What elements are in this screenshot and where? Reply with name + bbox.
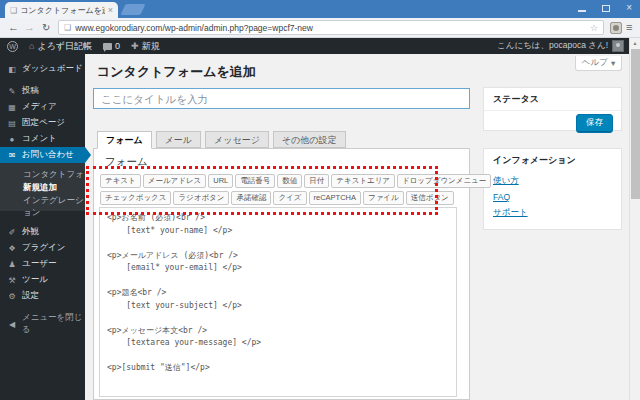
tag-button-acceptance[interactable]: 承諾確認 (231, 191, 271, 205)
tag-button-file[interactable]: ファイル (363, 191, 404, 205)
sidebar-item-label: ユーザー (22, 258, 56, 270)
tag-button-recaptcha[interactable]: reCAPTCHA (309, 191, 362, 205)
editor-tabs: フォーム メール メッセージ その他の設定 (97, 131, 346, 149)
wp-admin-bar: W ⌂ よろず日記帳 0 ✚ 新規 こんにちは、pocapoca さん! (0, 38, 640, 54)
sidebar-item-settings[interactable]: ⚙ 設定 (0, 288, 85, 304)
adminbar-site-link[interactable]: ⌂ よろず日記帳 (29, 40, 92, 53)
sidebar-item-contact[interactable]: ✉ お問い合わせ (0, 147, 85, 163)
browser-toolbar: ← → ↻ ❏ www.egokorodiary.com/wp-admin/ad… (0, 18, 640, 38)
link-docs[interactable]: 使い方 (493, 175, 612, 187)
screenshot-root: ❏ コンタクトフォームを追加 ‹ よろ × × ← → ↻ ❏ www.egok… (0, 0, 640, 400)
camera-extension-icon[interactable] (610, 22, 622, 34)
information-metabox: インフォメーション 使い方 FAQ サポート (483, 148, 622, 230)
page-icon: ❏ (10, 6, 17, 15)
browser-tab[interactable]: ❏ コンタクトフォームを追加 ‹ よろ × (5, 2, 118, 18)
sidebar-item-label: ツール (22, 274, 48, 286)
tag-button-url[interactable]: URL (208, 174, 233, 188)
back-icon[interactable]: ← (8, 21, 19, 33)
sidebar-item-comments[interactable]: ● コメント (0, 131, 85, 147)
form-template-editor[interactable]: <p>お名前 (必須)<br /> [text* your-name] </p>… (99, 207, 457, 397)
collapse-arrow-icon: ◀ (7, 320, 17, 329)
sidebar-lower-group: ✐ 外観 ❖ プラグイン ♟ ユーザー ⚒ ツール ⚙ 設定 (0, 224, 85, 304)
tab-form[interactable]: フォーム (97, 131, 152, 149)
wordpress-logo-icon[interactable]: W (7, 41, 18, 52)
form-title-input[interactable] (93, 88, 470, 109)
page-title: コンタクトフォームを追加 (97, 63, 256, 81)
users-icon: ♟ (7, 260, 17, 269)
sidebar-item-pages[interactable]: ▤ 固定ページ (0, 115, 85, 131)
scrollbar[interactable]: ▲ (629, 38, 640, 400)
pages-icon: ▤ (7, 119, 17, 128)
link-support[interactable]: サポート (493, 207, 612, 219)
tag-button-dropdown[interactable]: ドロップダウンメニュー (397, 174, 491, 188)
tools-icon: ⚒ (7, 276, 17, 285)
sidebar-item-posts[interactable]: ✎ 投稿 (0, 83, 85, 99)
sidebar-item-users[interactable]: ♟ ユーザー (0, 256, 85, 272)
sidebar-item-plugins[interactable]: ❖ プラグイン (0, 240, 85, 256)
sidebar-item-label: プラグイン (22, 242, 66, 254)
tab-mail[interactable]: メール (156, 131, 201, 148)
help-button[interactable]: ヘルプ ▾ (575, 56, 622, 71)
tab-title: コンタクトフォームを追加 ‹ よろ (20, 5, 105, 16)
settings-gear-icon: ⚙ (7, 292, 17, 301)
sidebar-item-label: 設定 (22, 290, 39, 302)
sidebar-item-label: お問い合わせ (22, 149, 74, 161)
status-metabox: ステータス 保存 (483, 87, 622, 131)
url-text[interactable]: www.egokorodiary.com/wp-admin/admin.php?… (75, 23, 590, 33)
browser-titlebar: ❏ コンタクトフォームを追加 ‹ よろ × × (0, 0, 640, 18)
status-footer: 保存 (484, 110, 621, 136)
tab-messages[interactable]: メッセージ (205, 131, 269, 148)
tab-close-icon[interactable]: × (108, 5, 113, 15)
sidebar-item-media[interactable]: ▦ メディア (0, 99, 85, 115)
adminbar-new-link[interactable]: ✚ 新規 (131, 40, 160, 53)
sidebar-item-label: 外観 (22, 226, 39, 238)
scroll-up-icon[interactable]: ▲ (630, 38, 640, 48)
page-icon: ❏ (64, 23, 71, 32)
tag-button-submit[interactable]: 送信ボタン (406, 191, 454, 205)
help-label: ヘルプ (582, 57, 608, 69)
sidebar-item-tools[interactable]: ⚒ ツール (0, 272, 85, 288)
address-bar[interactable]: ❏ www.egokorodiary.com/wp-admin/admin.ph… (58, 20, 604, 35)
home-icon: ⌂ (29, 41, 34, 51)
sidebar-item-dashboard[interactable]: ◧ ダッシュボード (0, 61, 85, 77)
link-faq[interactable]: FAQ (493, 192, 612, 202)
bookmark-star-icon[interactable]: ☆ (590, 23, 598, 33)
maximize-icon[interactable] (602, 5, 610, 12)
tag-generator-row-2: チェックボックス ラジオボタン 承諾確認 クイズ reCAPTCHA ファイル … (100, 191, 454, 205)
tag-generator-row-1: テキスト メールアドレス URL 電話番号 数値 日付 テキストエリア ドロップ… (100, 174, 491, 188)
save-button[interactable]: 保存 (576, 114, 613, 133)
information-links: 使い方 FAQ サポート (484, 171, 621, 228)
plugins-icon: ❖ (7, 244, 17, 253)
posts-icon: ✎ (7, 87, 17, 96)
submenu-item-integration[interactable]: インテグレーション (0, 193, 85, 206)
minimize-icon[interactable] (578, 10, 586, 12)
sidebar-item-label: コメント (22, 133, 57, 145)
tag-button-date[interactable]: 日付 (304, 174, 329, 188)
tab-additional-settings[interactable]: その他の設定 (273, 131, 346, 148)
tag-button-checkbox[interactable]: チェックボックス (100, 191, 171, 205)
submenu-item-contact-forms[interactable]: コンタクトフォーム (0, 167, 85, 180)
tag-button-radio[interactable]: ラジオボタン (173, 191, 229, 205)
close-icon[interactable]: × (626, 3, 632, 13)
tag-button-textarea[interactable]: テキストエリア (331, 174, 395, 188)
window-controls: × (578, 2, 632, 14)
comments-icon: ● (7, 135, 17, 144)
information-title: インフォメーション (484, 149, 621, 171)
adminbar-account[interactable]: こんにちは、pocapoca さん! (497, 40, 624, 52)
browser-menu-icon[interactable]: ≡ (626, 21, 632, 33)
sidebar-item-appearance[interactable]: ✐ 外観 (0, 224, 85, 240)
reload-icon[interactable]: ↻ (42, 22, 50, 33)
sidebar-collapse-menu[interactable]: ◀ メニューを閉じる (0, 316, 85, 332)
sidebar-item-label: 固定ページ (22, 117, 65, 129)
scrollbar-thumb[interactable] (631, 49, 640, 199)
submenu-item-add-new[interactable]: 新規追加 (0, 180, 85, 193)
tag-button-tel[interactable]: 電話番号 (235, 174, 275, 188)
tag-button-text[interactable]: テキスト (100, 174, 141, 188)
chevron-down-icon: ▾ (611, 58, 615, 68)
forward-icon[interactable]: → (24, 21, 35, 33)
adminbar-comments-link[interactable]: 0 (103, 41, 120, 51)
tag-button-quiz[interactable]: クイズ (273, 191, 306, 205)
tag-button-email[interactable]: メールアドレス (143, 174, 207, 188)
new-tab-button[interactable] (120, 4, 145, 15)
tag-button-number[interactable]: 数値 (277, 174, 302, 188)
